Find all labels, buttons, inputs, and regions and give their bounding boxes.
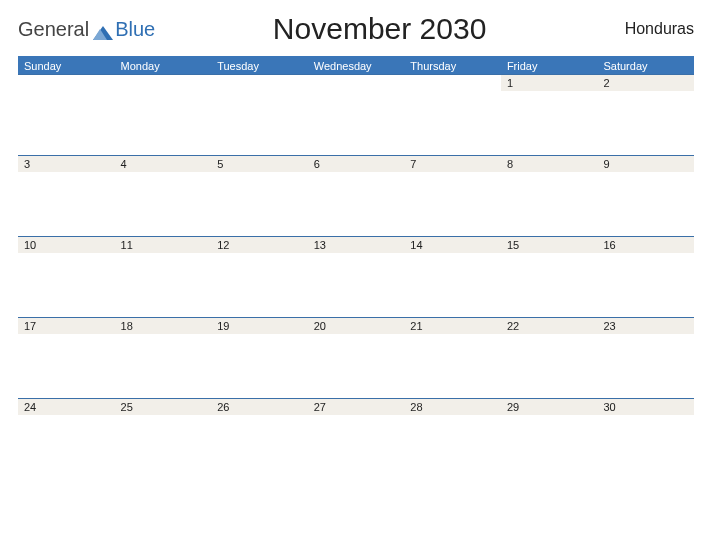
calendar-cell: 17 [18,318,115,398]
calendar-cell: 20 [308,318,405,398]
day-header: Thursday [404,58,501,74]
day-number: 30 [603,401,688,415]
day-number: 14 [410,239,495,253]
cell-body [404,172,501,236]
calendar-cell: 24 [18,399,115,479]
calendar-cell: 12 [211,237,308,317]
cell-body [597,415,694,479]
cell-body [404,415,501,479]
calendar-cell [308,75,405,155]
day-number: 2 [603,77,688,91]
day-number: 17 [24,320,109,334]
cell-body [115,253,212,317]
cell-body [597,172,694,236]
calendar-cell: 23 [597,318,694,398]
day-number: 26 [217,401,302,415]
day-number: 8 [507,158,592,172]
cell-body [115,75,212,155]
cell-body [308,75,405,155]
day-number: 15 [507,239,592,253]
day-number: 9 [603,158,688,172]
cell-body [404,253,501,317]
day-header: Sunday [18,58,115,74]
day-number: 19 [217,320,302,334]
cell-body [18,334,115,398]
calendar-cell: 25 [115,399,212,479]
calendar-cell: 15 [501,237,598,317]
logo-icon [93,22,113,36]
calendar-cell: 16 [597,237,694,317]
day-number: 1 [507,77,592,91]
calendar-cell: 5 [211,156,308,236]
cell-body [404,75,501,155]
cell-body [115,172,212,236]
day-header-row: Sunday Monday Tuesday Wednesday Thursday… [18,56,694,74]
cell-body [18,75,115,155]
calendar-cell: 8 [501,156,598,236]
calendar-cell: 4 [115,156,212,236]
calendar-week: 10111213141516 [18,236,694,317]
day-number: 4 [121,158,206,172]
calendar-header: General Blue November 2030 Honduras [18,12,694,46]
cell-body [308,253,405,317]
calendar-cell: 7 [404,156,501,236]
page-title: November 2030 [155,12,604,46]
cell-body [18,253,115,317]
calendar-cell: 1 [501,75,598,155]
calendar-cell: 13 [308,237,405,317]
day-number: 7 [410,158,495,172]
day-number: 22 [507,320,592,334]
calendar-cell [404,75,501,155]
calendar-cell: 27 [308,399,405,479]
calendar-cell: 10 [18,237,115,317]
country-label: Honduras [604,20,694,38]
day-number: 27 [314,401,399,415]
day-header: Friday [501,58,598,74]
day-header: Saturday [597,58,694,74]
day-number: 10 [24,239,109,253]
day-number: 11 [121,239,206,253]
calendar-cell: 14 [404,237,501,317]
calendar-cell: 26 [211,399,308,479]
cell-body [211,415,308,479]
calendar-week: 17181920212223 [18,317,694,398]
cell-body [404,334,501,398]
cell-body [501,334,598,398]
cell-body [308,172,405,236]
cell-body [115,415,212,479]
day-number: 18 [121,320,206,334]
calendar-cell: 9 [597,156,694,236]
calendar-cell: 3 [18,156,115,236]
logo: General Blue [18,18,155,41]
day-number: 24 [24,401,109,415]
day-number: 21 [410,320,495,334]
day-number: 28 [410,401,495,415]
logo-text-general: General [18,18,89,41]
logo-text-blue: Blue [115,18,155,41]
cell-body [211,75,308,155]
day-header: Monday [115,58,212,74]
cell-body [501,172,598,236]
calendar-week: 3456789 [18,155,694,236]
day-number: 13 [314,239,399,253]
calendar-cell: 29 [501,399,598,479]
calendar-cell: 18 [115,318,212,398]
calendar-cell: 30 [597,399,694,479]
day-number: 16 [603,239,688,253]
day-number: 3 [24,158,109,172]
cell-body [501,253,598,317]
cell-body [597,91,694,155]
calendar-cell: 19 [211,318,308,398]
calendar-cell: 28 [404,399,501,479]
day-number: 20 [314,320,399,334]
calendar-cell [115,75,212,155]
calendar-week: 24252627282930 [18,398,694,479]
calendar-week: 12 [18,74,694,155]
calendar-cell: 22 [501,318,598,398]
cell-body [597,253,694,317]
cell-body [115,334,212,398]
day-number: 29 [507,401,592,415]
day-header: Tuesday [211,58,308,74]
cell-body [18,415,115,479]
cell-body [211,334,308,398]
